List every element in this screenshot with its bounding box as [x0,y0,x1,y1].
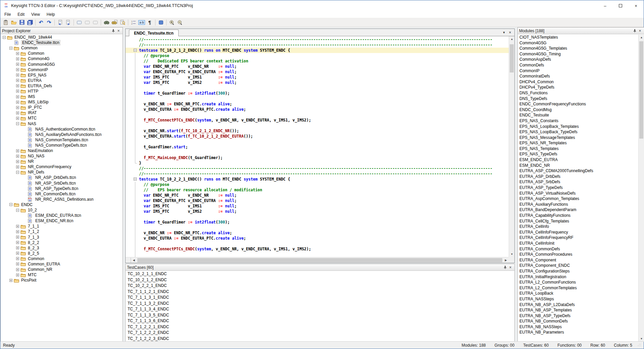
module-item[interactable]: EUTRA_Component_ENDC [518,263,638,268]
expand-icon[interactable]: + [16,57,19,60]
module-item[interactable]: EUTRA_NB_CommonDefs [518,318,638,324]
find-next-icon[interactable] [111,19,118,26]
tab-endc-testsuite[interactable]: ENDC_Testsuite.ttcn [129,30,179,36]
project-tree[interactable]: −ENDC_IWD_18wk44ENDC_Testsuite.ttcn−Comm… [1,35,123,342]
module-item[interactable]: CommonAspDefs [518,57,638,62]
tree-item-7-1-3[interactable]: +7_1_3 [1,234,123,240]
block-select-icon[interactable] [157,19,165,26]
tree-item-eps-nas[interactable]: +EPS_NAS [1,72,123,78]
module-item[interactable]: ENDC_CommonFrequencyFunctions [518,101,638,107]
module-item[interactable]: DHCPv4_TypeDefs [518,85,638,90]
module-item[interactable]: EPS_NAS_Templates [518,146,638,152]
module-item[interactable]: EPS_NAS_TypeDefs [518,151,638,157]
tree-item-picspixit[interactable]: +PicsPixit [1,278,123,283]
scroll-right-icon[interactable]: ▶ [503,257,509,263]
maximize-button[interactable] [613,0,628,11]
editor-horizontal-scrollbar[interactable]: ◀ ▶ [126,257,509,263]
open-folder-icon[interactable] [10,19,17,26]
expand-icon[interactable]: + [16,101,19,104]
save-icon[interactable] [18,19,26,26]
module-item[interactable]: CIOT_NASTemplates [518,35,638,40]
collapse-icon[interactable]: − [9,203,12,206]
zoom-in-icon[interactable] [168,19,176,26]
testcases-list[interactable]: TC_10_2_1_1_ENDCTC_10_2_1_2_ENDCTC_10_2_… [126,271,514,342]
module-item[interactable]: CommonDefs [518,62,638,68]
module-item[interactable]: EUTRA_ConfigurationSteps [518,268,638,274]
menu-file[interactable]: File [1,11,14,17]
module-item[interactable]: Common4G5G_Timing [518,51,638,57]
pin-icon[interactable] [502,265,508,270]
module-item[interactable]: EUTRA_CapabilityFunctions [518,213,638,218]
expand-icon[interactable]: + [16,241,19,244]
scroll-left-icon[interactable]: ◀ [131,257,137,263]
module-item[interactable]: EPS_NAS_Constants [518,118,638,124]
tab-close-icon[interactable]: × [507,30,513,35]
tree-item-esm-endc-nr-ttcn[interactable]: ESM_ENDC_NR.ttcn [1,218,123,223]
modules-scrollbar[interactable]: ▲ ▼ [638,35,644,342]
expand-icon[interactable]: + [16,79,19,82]
expand-icon[interactable]: + [16,84,19,87]
pin-icon[interactable] [632,28,637,34]
splitter-grip[interactable] [126,258,131,263]
module-item[interactable]: EUTRA_CellInfo [518,224,638,230]
close-icon[interactable]: × [508,265,513,270]
module-item[interactable]: EPS_NAS_MessageTemplates [518,135,638,141]
tree-item-esm-endc-eutra-ttcn[interactable]: ESM_ENDC_EUTRA.ttcn [1,213,123,218]
module-item[interactable]: Common4G5G [518,40,638,46]
scroll-down-icon[interactable]: ▼ [639,336,644,342]
scroll-up-icon[interactable]: ▲ [509,36,515,42]
testcase-item[interactable]: TC_10_2_1_2_ENDC [126,277,514,283]
find-icon[interactable] [103,19,110,26]
editor-vertical-scrollbar[interactable]: ▲ ▼ [509,36,514,257]
expand-icon[interactable]: + [16,268,19,271]
tree-item-common-eutra[interactable]: +Common_EUTRA [1,261,123,267]
tree-item-nas-auxiliarydefsandfunctions-ttcn[interactable]: NAS_AuxiliaryDefsAndFunctions.ttcn [1,132,123,137]
expand-icon[interactable]: + [16,106,19,109]
collapse-icon[interactable]: − [16,122,19,125]
module-item[interactable]: ESM_ENDC_NR [518,163,638,168]
tree-item-nasemulation[interactable]: +NasEmulation [1,148,123,153]
tree-item-common[interactable]: +Common [1,51,123,56]
module-item[interactable]: EUTRA_InitialRegistration [518,274,638,280]
pin-icon[interactable] [110,28,116,34]
module-item[interactable]: EUTRA_NB_ASP_Templates [518,307,638,313]
tree-item-nas-commontypedefs-ttcn[interactable]: NAS_CommonTypeDefs.ttcn [1,143,123,148]
word-wrap-icon[interactable]: a·b [138,19,145,26]
expand-icon[interactable]: + [16,117,19,120]
tree-item-nr-commondefs-ttcn[interactable]: NR_CommonDefs.ttcn [1,191,123,197]
menu-edit[interactable]: Edit [14,11,28,17]
expand-icon[interactable]: + [16,111,19,114]
expand-icon[interactable]: + [16,252,19,255]
module-item[interactable]: EUTRA_LoopBack [518,291,638,296]
module-item[interactable]: EUTRA_NB_NASSteps [518,324,638,330]
expand-icon[interactable]: + [16,257,19,260]
tree-item-eutra[interactable]: +EUTRA [1,78,123,83]
tree-item-mtc[interactable]: +MTC [1,115,123,121]
testcase-item[interactable]: TC_7_1_1_3_5_ENDC [126,312,514,318]
tree-item-common4g[interactable]: +Common4G [1,56,123,61]
undo-icon[interactable]: ↶ [37,19,45,26]
testcase-item[interactable]: TC_7_1_2_2_3_ENDC [126,336,514,342]
module-item[interactable]: DNS_Functions [518,90,638,96]
module-item[interactable]: EUTRA_ASP_SrbDefs [518,179,638,185]
testcase-item[interactable]: TC_7_1_2_2_1_ENDC [126,324,514,330]
tree-item-nas[interactable]: −NAS [1,121,123,127]
testcase-item[interactable]: TC_10_2_2_1_ENDC [126,283,514,289]
testcase-item[interactable]: TC_7_1_2_2_2_ENDC [126,330,514,336]
module-item[interactable]: EUTRA_BandDependentParam [518,207,638,213]
tree-item-8-2-3[interactable]: +8_2_3 [1,245,123,251]
vscroll-thumb[interactable] [510,44,514,72]
testcase-item[interactable]: TC_10_2_1_1_ENDC [126,271,514,277]
collapse-icon[interactable]: − [16,209,19,212]
testcase-item[interactable]: TC_7_1_1_2_1_ENDC [126,289,514,295]
expand-icon[interactable]: + [16,95,19,98]
module-item[interactable]: EUTRA_CellInfoFrequency [518,230,638,235]
module-item[interactable]: EPS_NAS_LoopBack_Templates [518,124,638,130]
expand-icon[interactable]: + [16,149,19,152]
tree-item-common4g5g[interactable]: +Common4G5G [1,61,123,67]
fold-margin[interactable]: −− [126,37,139,257]
hscroll-thumb[interactable] [137,258,502,262]
collapse-icon[interactable]: − [9,47,12,50]
module-item[interactable]: EUTRA_CellCfg_Templates [518,218,638,224]
module-item[interactable]: EUTRA_NB_Parameters [518,330,638,335]
